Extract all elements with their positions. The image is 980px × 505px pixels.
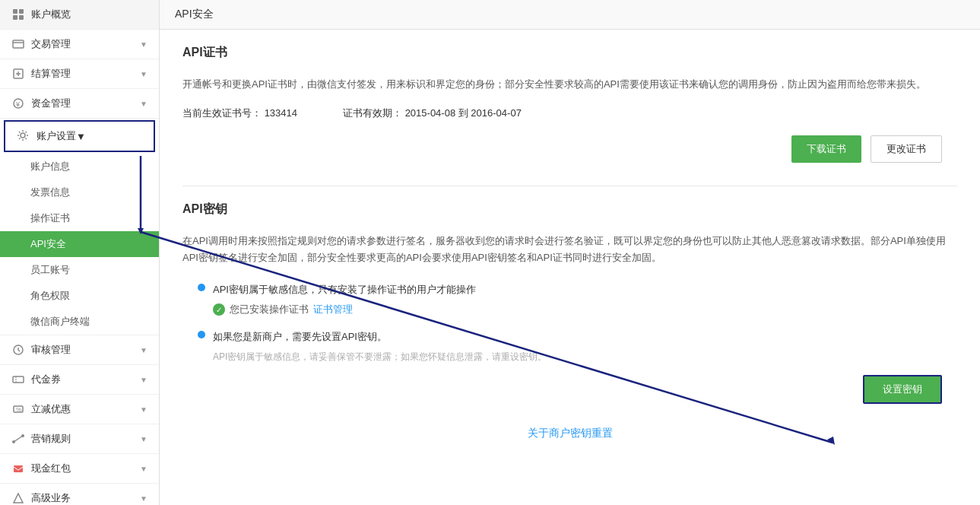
advanced-icon (11, 491, 25, 505)
section-divider (182, 186, 957, 186)
advanced-arrow: ▼ (140, 494, 147, 503)
sidebar-label-voucher: 代金券 (31, 373, 61, 386)
sidebar: 账户概览 交易管理 ▼ 结算管理 ▼ ¥ 资金管理 ▼ (0, 0, 160, 505)
sidebar-label-audit-mgmt: 审核管理 (31, 343, 71, 357)
svg-point-19 (12, 440, 15, 443)
sidebar-sub-api-security[interactable]: API安全 (0, 231, 159, 257)
sidebar-sub-employee-account[interactable]: 员工账号 (0, 257, 159, 283)
fund-icon: ¥ (11, 97, 25, 110)
svg-rect-3 (19, 15, 24, 20)
sidebar-label-account-overview: 账户概览 (31, 8, 71, 21)
sidebar-label-red-envelope: 现金红包 (31, 462, 71, 475)
reset-merchant-key-link[interactable]: 关于商户密钥重置 (528, 427, 613, 439)
sidebar-label-advanced: 高级业务 (31, 491, 71, 505)
svg-rect-20 (14, 465, 23, 472)
cert-validity-label: 证书有效期： (343, 107, 402, 119)
sidebar-item-advanced[interactable]: 高级业务 ▼ (0, 484, 159, 505)
sidebar-item-account-overview[interactable]: 账户概览 (0, 0, 159, 29)
bullet-item-2: 如果您是新商户，需要先设置API密钥。 API密钥属于敏感信息，请妥善保管不要泄… (198, 329, 957, 364)
bullet-dot-1 (198, 284, 205, 291)
voucher-icon (11, 373, 25, 386)
bullet-item-2-inner: 如果您是新商户，需要先设置API密钥。 API密钥属于敏感信息，请妥善保管不要泄… (213, 329, 547, 364)
reset-merchant-key-section: 关于商户密钥重置 (182, 427, 957, 440)
trade-icon (11, 37, 25, 51)
svg-rect-13 (13, 376, 24, 383)
discount-icon: % (11, 402, 25, 416)
bullet2-title: 如果您是新商户，需要先设置API密钥。 (213, 329, 547, 345)
bullet-item-1-inner: API密钥属于敏感信息，只有安装了操作证书的用户才能操作 ✓ 您已安装操作证书 … (213, 281, 476, 318)
bullet-item-1: API密钥属于敏感信息，只有安装了操作证书的用户才能操作 ✓ 您已安装操作证书 … (198, 281, 957, 318)
svg-rect-1 (19, 9, 24, 14)
api-cert-title: API证书 (182, 45, 957, 67)
download-cert-button[interactable]: 下载证书 (791, 135, 861, 163)
check-icon: ✓ (213, 303, 225, 316)
set-key-section: 设置密钥 (182, 375, 957, 404)
sidebar-label-trade-mgmt: 交易管理 (31, 37, 71, 51)
svg-text:¥: ¥ (15, 100, 21, 108)
cert-validity-label-value: 证书有效期： 2015-04-08 到 2016-04-07 (343, 106, 522, 120)
cert-management-link[interactable]: 证书管理 (313, 301, 353, 318)
sidebar-label-account-settings: 账户设置 (36, 129, 76, 143)
sidebar-sub-account-info[interactable]: 账户信息 (0, 154, 159, 179)
page-title: API安全 (175, 8, 214, 20)
svg-text:%: % (16, 406, 21, 413)
sidebar-sub-invoice-info[interactable]: 发票信息 (0, 179, 159, 205)
sidebar-item-marketing[interactable]: 营销规则 ▼ (0, 424, 159, 453)
sidebar-item-voucher[interactable]: 代金券 ▼ (0, 365, 159, 394)
page-header: API安全 (160, 0, 980, 30)
sidebar-item-discount[interactable]: % 立减优惠 ▼ (0, 395, 159, 424)
content-area: API证书 开通帐号和更换API证书时，由微信支付签发，用来标识和界定您的身份；… (160, 30, 980, 456)
grid-icon (11, 8, 25, 21)
discount-arrow: ▼ (140, 405, 147, 414)
svg-rect-4 (13, 40, 24, 48)
audit-icon (11, 343, 25, 357)
marketing-icon (11, 432, 25, 446)
sidebar-label-discount: 立减优惠 (31, 402, 71, 416)
api-cert-section: API证书 开通帐号和更换API证书时，由微信支付签发，用来标识和界定您的身份；… (182, 45, 957, 163)
cert-installed-row: ✓ 您已安装操作证书 证书管理 (213, 301, 476, 318)
svg-rect-0 (13, 9, 17, 14)
settlement-mgmt-arrow: ▼ (140, 70, 147, 78)
bullet1-text: API密钥属于敏感信息，只有安装了操作证书的用户才能操作 (213, 281, 476, 298)
svg-line-17 (14, 436, 23, 442)
fund-mgmt-arrow: ▼ (140, 100, 147, 108)
red-envelope-arrow: ▼ (140, 465, 147, 473)
sidebar-item-settlement-mgmt[interactable]: 结算管理 ▼ (0, 59, 159, 88)
sidebar-label-marketing: 营销规则 (31, 432, 71, 446)
change-cert-button[interactable]: 更改证书 (871, 135, 942, 163)
cert-no-label-value: 当前生效证书号： 133414 (182, 106, 297, 120)
sidebar-sub-wechat-terminal[interactable]: 微信商户终端 (0, 309, 159, 335)
sidebar-item-fund-mgmt[interactable]: ¥ 资金管理 ▼ (0, 89, 159, 118)
bullet2-note: API密钥属于敏感信息，请妥善保管不要泄露；如果您怀疑信息泄露，请重设密钥。 (213, 349, 547, 364)
sidebar-item-audit-mgmt[interactable]: 审核管理 ▼ (0, 335, 159, 364)
settings-icon (17, 129, 30, 143)
bullet-dot-2 (198, 331, 205, 338)
svg-rect-2 (13, 15, 17, 20)
sidebar-item-trade-mgmt[interactable]: 交易管理 ▼ (0, 30, 159, 59)
set-key-button[interactable]: 设置密钥 (863, 375, 942, 404)
account-settings-arrow: ▼ (76, 131, 86, 142)
sidebar-item-account-settings[interactable]: 账户设置 ▼ (4, 120, 155, 152)
sidebar-sub-role-permission[interactable]: 角色权限 (0, 283, 159, 309)
api-cert-desc: 开通帐号和更换API证书时，由微信支付签发，用来标识和界定您的身份；部分安全性要… (182, 76, 957, 93)
api-key-title: API密钥 (182, 202, 957, 224)
bullet-list: API密钥属于敏感信息，只有安装了操作证书的用户才能操作 ✓ 您已安装操作证书 … (198, 281, 957, 364)
bullet1-installed: 您已安装操作证书 (230, 301, 309, 318)
voucher-arrow: ▼ (140, 376, 147, 384)
cert-no-label: 当前生效证书号： (182, 107, 262, 119)
cert-no-value: 133414 (265, 107, 297, 119)
settlement-icon (11, 67, 25, 81)
api-key-section: API密钥 在API调用时用来按照指定规则对您的请求参数进行签名，服务器收到您的… (182, 202, 957, 440)
cert-validity-value: 2015-04-08 到 2016-04-07 (405, 107, 522, 119)
svg-point-11 (21, 133, 25, 138)
main-content: API安全 API证书 开通帐号和更换API证书时，由微信支付签发，用来标识和界… (160, 0, 980, 505)
audit-mgmt-arrow: ▼ (140, 346, 147, 354)
cert-actions: 下载证书 更改证书 (182, 135, 957, 163)
sidebar-sub-operation-cert[interactable]: 操作证书 (0, 205, 159, 231)
sidebar-label-settlement-mgmt: 结算管理 (31, 67, 71, 81)
svg-marker-21 (14, 494, 23, 503)
svg-point-18 (21, 434, 24, 437)
sidebar-item-red-envelope[interactable]: 现金红包 ▼ (0, 454, 159, 483)
cert-info-row: 当前生效证书号： 133414 证书有效期： 2015-04-08 到 2016… (182, 106, 957, 120)
red-envelope-icon (11, 462, 25, 475)
